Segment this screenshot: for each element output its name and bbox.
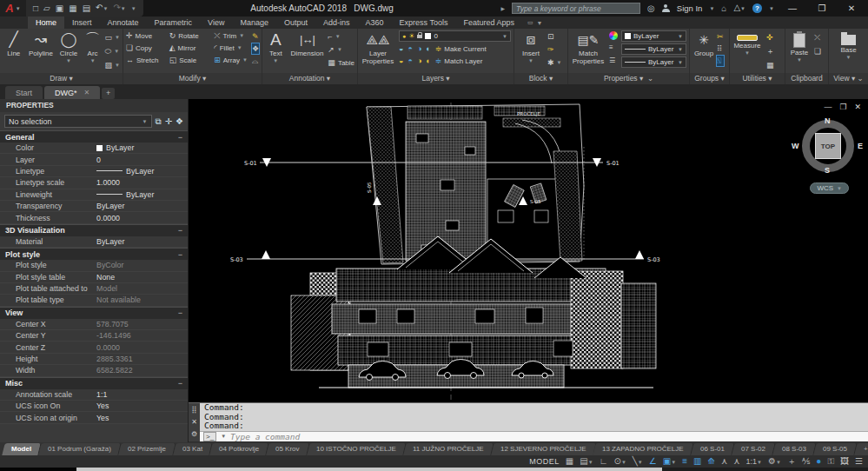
snap-mode-icon[interactable]: ▤▼ [580,455,593,468]
layout-tab-12-sjeverno-procelje[interactable]: 12 SJEVERNO PROČELJE [491,443,596,455]
color-wheel-icon[interactable] [609,31,618,40]
ribbon-tab-output[interactable]: Output [276,17,315,29]
viewport-restore-icon[interactable]: ❐ [839,103,846,111]
save-icon[interactable]: ▣ [56,0,63,17]
panel-label-annotation[interactable]: Annotation ▾ [262,73,357,84]
ribbon-tab-view[interactable]: View [200,17,232,29]
restore-button[interactable]: ❐ [811,3,833,13]
block-editor-icon[interactable]: ✱ [547,57,554,68]
hatch-icon[interactable]: ▨ [105,60,113,70]
dimension-button[interactable]: |↔|Dimension [289,30,326,57]
linetype-combo[interactable]: ByLayer▼ [621,56,686,68]
units-icon[interactable]: ⅍ [802,455,810,468]
close-button[interactable]: ✕ [840,3,863,13]
ribbon-tab-insert[interactable]: Insert [64,17,100,29]
layer-isolate-icon[interactable]: ◓ [407,43,412,54]
match-layer-button[interactable]: ≑Match Layer [435,56,483,66]
ribbon-minimize-icon[interactable]: ▭ [527,19,533,26]
section-3d-visualization[interactable]: 3D Visualization− [0,224,188,236]
prop-row-ucs-icon-origin[interactable]: UCS icon at originYes [0,412,188,423]
layer-properties-button[interactable]: ⟁⟁Layer Properties [361,30,395,65]
prop-row-transparency[interactable]: TransparencyByLayer [0,201,188,212]
customization-menu-icon[interactable]: ☰ [855,455,863,468]
prop-row-material[interactable]: MaterialByLayer [0,236,188,248]
prop-row-plot-table-type[interactable]: Plot table typeNot available [0,295,188,306]
object-snap-tracking-icon[interactable]: ∠ [649,455,657,468]
offset-icon[interactable]: ⌓ [252,56,259,66]
prop-row-center-y[interactable]: Center Y-146.1496 [0,330,188,342]
polyline-button[interactable]: ↝Polyline [27,30,54,57]
ellipse-icon[interactable]: ⬭ [105,46,112,56]
stretch-button[interactable]: ↔Stretch [126,55,169,65]
layer-thaw-all-icon[interactable]: ◓ [407,56,412,66]
lineweight-combo[interactable]: ByLayer▼ [621,43,686,55]
section-plot-style[interactable]: Plot style− [0,248,188,260]
isometric-drafting-icon[interactable]: ╲▼ [633,455,643,468]
search-icon[interactable]: ◎ [647,0,655,17]
insert-button[interactable]: ⧈Insert▼ [517,30,545,63]
copy-button[interactable]: ❏Copy [126,43,169,53]
layer-walk-icon[interactable]: ◐ [426,56,430,66]
paste-button[interactable]: Paste▼ [788,30,811,63]
ribbon-tab-home[interactable]: Home [28,17,64,29]
move-button[interactable]: ✛Move [126,30,169,41]
prop-row-linetype-scale[interactable]: Linetype scale1.0000 [0,177,188,189]
line-button[interactable]: ╱Line [3,30,24,57]
transparency-display-icon[interactable]: ▥ [693,455,701,468]
prop-row-layer[interactable]: Layer0 [0,154,188,165]
table-button[interactable]: ▦Table [328,57,354,68]
customize-qat-icon[interactable]: ▼ [131,6,136,11]
minimize-button[interactable]: — [781,3,804,13]
sign-in-dropdown-icon[interactable]: ▼ [709,6,714,11]
leader-icon[interactable]: ⌐ [328,31,332,42]
prop-row-lineweight[interactable]: LineweightByLayer [0,189,188,201]
lineweight-settings-icon[interactable]: ≡ [609,43,618,53]
layout-tab-04-potkrovlje[interactable]: 04 Potkrovlje [209,443,269,455]
compass-east[interactable]: E [858,142,863,150]
viewport-minimize-icon[interactable]: — [824,103,832,111]
prop-row-linetype[interactable]: LinetypeByLayer [0,166,188,177]
layout-tab-03-kat[interactable]: 03 Kat [173,443,213,455]
rotate-button[interactable]: ↻Rotate [169,30,215,41]
section-general[interactable]: General− [0,130,188,143]
panel-label-draw[interactable]: Draw ▾ [0,73,123,84]
prop-row-thickness[interactable]: Thickness0.0000 [0,212,188,223]
viewcube-top-face[interactable]: TOP [815,133,841,159]
toggle-pickadd-icon[interactable]: ⧉ [156,116,162,127]
prop-row-color[interactable]: ColorByLayer [0,143,188,154]
compass-south[interactable]: S [825,166,830,175]
base-button[interactable]: Base▼ [836,30,862,60]
ortho-mode-icon[interactable]: ∟ [600,455,608,468]
layout-tab-02-prizemlje[interactable]: 02 Prizemlje [118,443,176,455]
viewport-close-icon[interactable]: ✕ [854,103,861,111]
measure-button[interactable]: Measure▼ [732,30,762,56]
search-expand-icon[interactable]: ▶ [500,5,505,11]
wcs-selector[interactable]: WCS▼ [810,182,849,194]
panel-label-block[interactable]: Block ▾ [514,73,567,84]
prop-row-plot-style[interactable]: Plot styleByColor [0,260,188,271]
lineweight-display-icon[interactable]: ≡ [682,455,687,468]
text-button[interactable]: AText▼ [265,30,287,63]
multileader-icon[interactable]: ↗ [328,44,335,55]
panel-label-groups[interactable]: Groups ▾ [690,73,729,84]
viewcube[interactable]: N S W E TOP [800,118,856,174]
section-misc[interactable]: Misc− [0,377,188,389]
object-color-combo[interactable]: ByLayer▼ [621,30,686,42]
layout-tab-08-s03[interactable]: 08 S-03 [772,443,817,455]
prop-row-center-x[interactable]: Center X578.7075 [0,319,188,330]
array-button[interactable]: ⊞Array▼ [214,55,252,65]
prop-row-height[interactable]: Height2885.3361 [0,354,188,365]
panel-label-layers[interactable]: Layers ▾ [358,73,514,84]
quick-calc-icon[interactable]: ▦ [766,60,774,70]
group-selection-toggle-icon[interactable]: ⍂ [717,56,724,66]
prop-row-center-z[interactable]: Center Z0.0000 [0,342,188,353]
ribbon-tab-addins[interactable]: Add-ins [315,17,358,29]
erase-icon[interactable]: ✎ [252,31,259,42]
application-menu-button[interactable]: A▼ [0,0,26,17]
rectangle-icon[interactable]: ▭ [105,32,113,43]
select-objects-icon[interactable]: ✛ [165,116,172,126]
command-input[interactable]: >_ ▼ Type a command [200,431,868,442]
model-space-indicator[interactable]: MODEL [529,457,560,466]
undo-icon[interactable]: ↶▼ [96,0,108,17]
help-icon[interactable]: ? [752,3,762,13]
